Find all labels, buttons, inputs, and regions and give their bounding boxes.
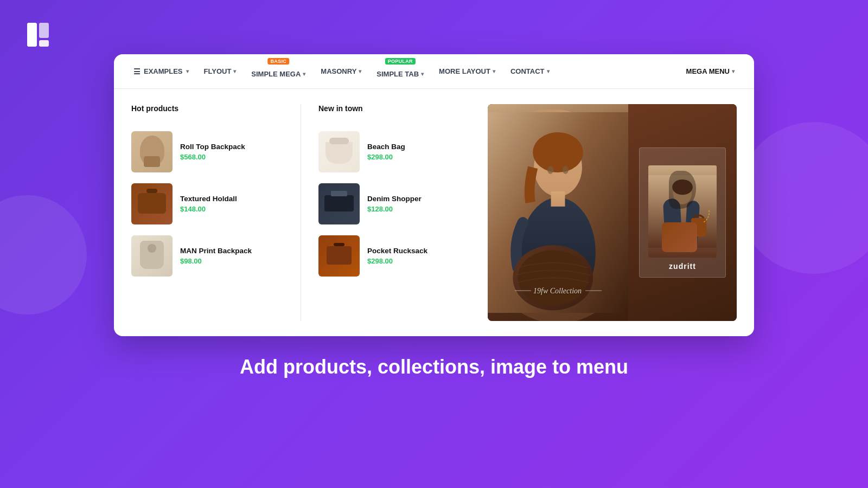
product-price-holdall: $148.00 (180, 205, 283, 213)
main-card: ☰ EXAMPLES ▾ FLYOUT ▾ BASIC SIMPLE MEGA … (114, 54, 754, 336)
dropdown-content: Hot products Roll Top Backpack $568.00 T… (114, 89, 754, 336)
product-info-roll-backpack: Roll Top Backpack $568.00 (180, 143, 283, 161)
product-name-pocket-rucksack: Pocket Rucksack (367, 247, 470, 255)
nav-label-masonry: MASONRY (321, 67, 356, 75)
svg-point-6 (533, 132, 583, 172)
brand-card: zudritt (639, 147, 726, 278)
chevron-icon: ▾ (421, 71, 424, 77)
nav-item-flyout[interactable]: FLYOUT ▾ (197, 63, 243, 80)
new-in-town-column: New in town Beach Bag $298.00 Denim Shop… (318, 104, 470, 321)
chevron-icon: ▾ (186, 68, 189, 74)
svg-rect-2 (39, 40, 49, 47)
product-price-pocket-rucksack: $298.00 (367, 257, 470, 265)
product-item-man-backpack[interactable]: MAN Print Backpack $98.00 (131, 230, 283, 282)
product-name-beach-bag: Beach Bag (367, 143, 470, 151)
nav-item-more-layout[interactable]: MORE LAYOUT ▾ (432, 63, 502, 80)
nav-label-simple-tab: SIMPLE TAB (376, 70, 419, 78)
svg-rect-15 (648, 175, 717, 248)
bg-decoration-right (738, 122, 868, 274)
product-item-textured-holdall[interactable]: Textured Holdall $148.00 (131, 178, 283, 230)
product-price-beach-bag: $298.00 (367, 153, 470, 161)
product-item-roll-backpack[interactable]: Roll Top Backpack $568.00 (131, 126, 283, 178)
nav-label-mega-menu: MEGA MENU (686, 67, 730, 75)
product-info-man-backpack: MAN Print Backpack $98.00 (180, 247, 283, 265)
product-thumb-holdall (131, 183, 173, 224)
product-name-holdall: Textured Holdall (180, 195, 283, 203)
product-thumb-roll-backpack (131, 131, 173, 172)
chevron-icon: ▾ (493, 68, 495, 74)
product-info-pocket-rucksack: Pocket Rucksack $298.00 (367, 247, 470, 265)
product-item-denim-shopper[interactable]: Denim Shopper $128.00 (318, 178, 470, 230)
svg-point-7 (547, 166, 553, 174)
product-price-denim-shopper: $128.00 (367, 205, 470, 213)
nav-label-more-layout: MORE LAYOUT (439, 67, 490, 75)
product-info-holdall: Textured Holdall $148.00 (180, 195, 283, 213)
brand-card-image (648, 165, 717, 258)
product-thumb-pocket-rucksack (318, 235, 360, 277)
product-item-pocket-rucksack[interactable]: Pocket Rucksack $298.00 (318, 230, 470, 282)
product-item-beach-bag[interactable]: Beach Bag $298.00 (318, 126, 470, 178)
chevron-icon: ▾ (732, 68, 735, 74)
nav-item-simple-tab[interactable]: POPULAR SIMPLE TAB ▾ (370, 60, 430, 82)
svg-rect-1 (39, 23, 49, 38)
svg-point-8 (563, 166, 569, 174)
badge-popular: POPULAR (385, 58, 416, 65)
nav-item-simple-mega[interactable]: BASIC SIMPLE MEGA ▾ (245, 60, 312, 82)
nav-label-contact: CONTACT (510, 67, 545, 75)
bg-decoration-left (0, 195, 87, 314)
product-thumb-denim-shopper (318, 183, 360, 224)
svg-point-16 (673, 182, 692, 204)
hot-products-column: Hot products Roll Top Backpack $568.00 T… (131, 104, 283, 321)
product-price-man-backpack: $98.00 (180, 257, 283, 265)
product-info-beach-bag: Beach Bag $298.00 (367, 143, 470, 161)
product-name-denim-shopper: Denim Shopper (367, 195, 470, 203)
nav-item-mega-menu[interactable]: MEGA MENU ▾ (680, 63, 741, 80)
nav-item-contact[interactable]: CONTACT ▾ (504, 63, 556, 80)
logo[interactable] (26, 20, 52, 52)
nav-label-flyout: FLYOUT (204, 67, 232, 75)
image-panel-left: 19fw Collection (488, 104, 628, 321)
svg-rect-9 (551, 191, 565, 207)
nav-label-examples: EXAMPLES (144, 67, 183, 75)
svg-rect-18 (691, 218, 706, 237)
chevron-icon: ▾ (303, 71, 305, 77)
chevron-icon: ▾ (233, 68, 236, 74)
product-name-man-backpack: MAN Print Backpack (180, 247, 283, 255)
tagline-section: Add products, collections, image to menu (240, 356, 628, 378)
product-price-roll-backpack: $568.00 (180, 153, 283, 161)
image-panel: 19fw Collection (488, 104, 737, 321)
nav-item-masonry[interactable]: MASONRY ▾ (314, 63, 368, 80)
product-thumb-man-backpack (131, 235, 173, 277)
image-panel-right: zudritt (628, 104, 737, 321)
svg-text:19fw Collection: 19fw Collection (533, 287, 582, 295)
tagline-text: Add products, collections, image to menu (240, 356, 628, 378)
product-info-denim-shopper: Denim Shopper $128.00 (367, 195, 470, 213)
chevron-icon: ▾ (547, 68, 550, 74)
chevron-icon: ▾ (359, 68, 361, 74)
new-in-town-title: New in town (318, 104, 470, 117)
nav-label-simple-mega: SIMPLE MEGA (251, 70, 301, 78)
hot-products-title: Hot products (131, 104, 283, 117)
collection-text: 19fw Collection (515, 284, 602, 299)
product-name-roll-backpack: Roll Top Backpack (180, 143, 283, 151)
column-divider (301, 104, 301, 321)
svg-rect-0 (27, 23, 37, 47)
svg-point-17 (672, 179, 693, 195)
nav-item-examples[interactable]: ☰ EXAMPLES ▾ (127, 63, 195, 80)
product-thumb-beach-bag (318, 131, 360, 172)
navbar: ☰ EXAMPLES ▾ FLYOUT ▾ BASIC SIMPLE MEGA … (114, 54, 754, 89)
brand-name: zudritt (669, 262, 696, 271)
hamburger-icon: ☰ (133, 67, 141, 76)
badge-basic: BASIC (268, 58, 290, 65)
